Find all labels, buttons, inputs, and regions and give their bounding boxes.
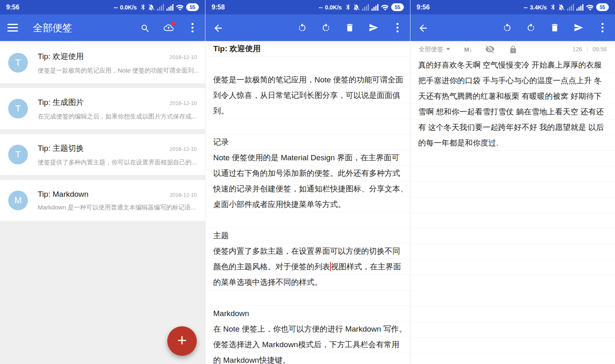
note-time: 09:56 bbox=[592, 46, 607, 52]
section-heading: 主题 bbox=[205, 228, 410, 243]
back-icon[interactable] bbox=[213, 23, 223, 33]
note-title-line: Tip: 欢迎使用 bbox=[205, 41, 410, 57]
blank-line bbox=[205, 119, 410, 134]
note-preview: 便签是一款极简的笔记应用，Note 便签的功能可谓全面到... bbox=[38, 67, 199, 74]
clock: 9:56 bbox=[417, 4, 430, 11]
overflow-menu-icon[interactable] bbox=[187, 23, 198, 32]
note-date: 2016-12-10 bbox=[170, 54, 197, 60]
clock: 9:58 bbox=[212, 4, 225, 11]
bluetooth-icon bbox=[549, 4, 556, 11]
editor-line: 到。 bbox=[205, 103, 410, 119]
note-date: 2016-12-10 bbox=[170, 192, 197, 198]
wifi-icon bbox=[586, 4, 594, 11]
overflow-menu-icon[interactable] bbox=[597, 23, 608, 32]
network-activity-dots: ... bbox=[319, 2, 323, 9]
avatar: T bbox=[8, 99, 28, 118]
status-bar: 9:56 ... 3.4K/s 55 bbox=[410, 0, 615, 14]
editor-line: 快速的记录并创建便签，如通知栏快捷图标、分享文本、 bbox=[205, 181, 410, 197]
note-title: Tip: 生成图片 bbox=[38, 97, 166, 108]
blank-line bbox=[205, 57, 410, 72]
mute-icon bbox=[353, 4, 360, 11]
battery-indicator: 55 bbox=[391, 3, 404, 11]
note-list-item[interactable]: T Tip: 欢迎使用 2016-12-10 便签是一款极简的笔记应用，Note… bbox=[0, 42, 205, 83]
note-date: 2016-12-10 bbox=[170, 146, 197, 152]
editor-line: 便签选择进入 Markdown模式后，下方工具栏会有常用 bbox=[205, 337, 410, 353]
lock-icon[interactable] bbox=[508, 44, 518, 55]
avatar: M bbox=[8, 191, 28, 210]
sim2-signal-icon bbox=[371, 4, 378, 11]
avatar: T bbox=[8, 53, 28, 73]
network-speed: 0.0K/s bbox=[120, 4, 137, 11]
sim2-signal-icon bbox=[166, 4, 173, 11]
blank-line bbox=[205, 290, 410, 306]
note-text-area[interactable]: 真的好喜欢冬天啊 空气慢慢变冷 开始裹上厚厚的衣服 把手塞进你的口袋 手与手心与… bbox=[410, 57, 615, 364]
editor-line: 把手塞进你的口袋 手与手心与心的温度一点点上升 冬 bbox=[410, 73, 615, 89]
note-list-item[interactable]: T Tip: 生成图片 2016-12-10 在完成便签的编辑之后，如果你想生成… bbox=[0, 88, 205, 129]
note-title: Tip: 主题切换 bbox=[38, 143, 166, 154]
redo-icon[interactable] bbox=[321, 23, 331, 33]
network-activity-dots: ... bbox=[524, 2, 528, 9]
text-before-caret: 颜色的主题风格。对于便签的列表 bbox=[213, 262, 330, 271]
note-preview: 在完成便签的编辑之后，如果你想生成以图片方式保存或... bbox=[38, 113, 197, 120]
search-icon[interactable] bbox=[139, 23, 150, 33]
send-icon[interactable] bbox=[573, 23, 584, 33]
network-speed: 0.0K/s bbox=[325, 4, 342, 11]
folder-label: 全部便签 bbox=[419, 46, 443, 53]
editor-sub-toolbar: 全部便签 M↓ 126 09:56 bbox=[410, 41, 615, 57]
redo-icon[interactable] bbox=[526, 23, 536, 33]
notes-list: T Tip: 欢迎使用 2016-12-10 便签是一款极简的笔记应用，Note… bbox=[0, 42, 205, 364]
editor-line: 真的好喜欢冬天啊 空气慢慢变冷 开始裹上厚厚的衣服 bbox=[410, 57, 615, 73]
editor-line: 以通过右下角的加号添加新的便签。此外还有多种方式 bbox=[205, 166, 410, 181]
wifi-icon bbox=[176, 4, 184, 11]
status-bar: 9:56 ... 0.0K/s 55 bbox=[0, 0, 205, 14]
editor-line: 的每一年都是和你度过. bbox=[410, 135, 615, 151]
wifi-icon bbox=[381, 4, 389, 11]
send-icon[interactable] bbox=[368, 23, 379, 33]
note-editor-screen-2: 9:56 ... 3.4K/s 55 全部便签 bbox=[410, 0, 615, 364]
note-list-item[interactable]: T Tip: 主题切换 2016-12-10 便签提供了多种内置主题，你可以在设… bbox=[0, 134, 205, 175]
mute-icon bbox=[558, 4, 565, 11]
clock: 9:56 bbox=[6, 4, 19, 11]
overflow-menu-icon[interactable] bbox=[392, 23, 403, 32]
note-text-area[interactable]: Tip: 欢迎使用 便签是一款极简的笔记应用，Note 便签的功能可谓全面 到令… bbox=[205, 41, 410, 364]
editor-line: 到令人惊喜，从日常笔记到长图分享，可以说是面面俱 bbox=[205, 88, 410, 103]
sync-badge bbox=[171, 21, 175, 25]
char-count: 126 bbox=[573, 46, 582, 52]
editor-line: 便签内置了多款主题，在设置界面可以方便的切换不同 bbox=[205, 243, 410, 259]
folder-dropdown[interactable]: 全部便签 bbox=[419, 46, 450, 53]
editor-app-bar bbox=[205, 14, 410, 41]
editor-app-bar bbox=[410, 14, 615, 41]
hide-preview-icon[interactable] bbox=[485, 44, 495, 55]
note-preview: Markdown 是一种可以使用普通文本编辑器编写的标记语... bbox=[38, 204, 196, 211]
note-editor-screen: 9:58 ... 0.0K/s 55 Tip: 欢迎使用 便签是一款极简的笔记应… bbox=[205, 0, 410, 364]
note-date: 2016-12-10 bbox=[170, 100, 197, 106]
note-editor: 全部便签 M↓ 126 09:56 真的好喜欢冬天啊 空气慢慢变冷 开始裹上厚厚… bbox=[410, 41, 615, 364]
status-bar: 9:58 ... 0.0K/s 55 bbox=[205, 0, 410, 14]
network-activity-dots: ... bbox=[114, 2, 118, 9]
menu-icon[interactable] bbox=[7, 24, 18, 32]
editor-line: 有 这个冬天我们要一起跨年好不好 我的愿望就是 以后 bbox=[410, 120, 615, 135]
sim2-signal-icon bbox=[576, 4, 583, 11]
markdown-mode-icon[interactable]: M↓ bbox=[464, 46, 472, 53]
editor-line-with-caret: 颜色的主题风格。对于便签的列表视图样式，在主界面 bbox=[205, 259, 410, 275]
battery-indicator: 55 bbox=[186, 3, 199, 11]
list-app-bar: 全部便签 bbox=[0, 14, 205, 41]
cloud-sync-icon[interactable] bbox=[163, 23, 174, 33]
note-list-item[interactable]: M Tip: Markdown 2016-12-10 Markdown 是一种可… bbox=[0, 180, 205, 221]
undo-icon[interactable] bbox=[502, 23, 512, 33]
battery-indicator: 55 bbox=[596, 3, 609, 11]
section-heading: Markdown bbox=[205, 306, 410, 321]
back-icon[interactable] bbox=[418, 23, 428, 33]
avatar: T bbox=[8, 145, 28, 164]
editor-line: 雪啊 想和你一起看雪打雪仗 躺在雪地上看天空 还有还 bbox=[410, 104, 615, 120]
bluetooth-icon bbox=[139, 4, 146, 11]
delete-icon[interactable] bbox=[344, 23, 355, 33]
sim1-signal-icon bbox=[362, 4, 369, 11]
delete-icon[interactable] bbox=[549, 23, 560, 33]
undo-icon[interactable] bbox=[297, 23, 308, 33]
add-note-button[interactable]: + bbox=[167, 326, 197, 356]
editor-line: Note 便签使用的是 Material Design 界面，在主界面可 bbox=[205, 150, 410, 166]
editor-line: 的 Markdown快捷键。 bbox=[205, 353, 410, 364]
blank-line bbox=[205, 212, 410, 228]
sim1-signal-icon bbox=[567, 4, 574, 11]
